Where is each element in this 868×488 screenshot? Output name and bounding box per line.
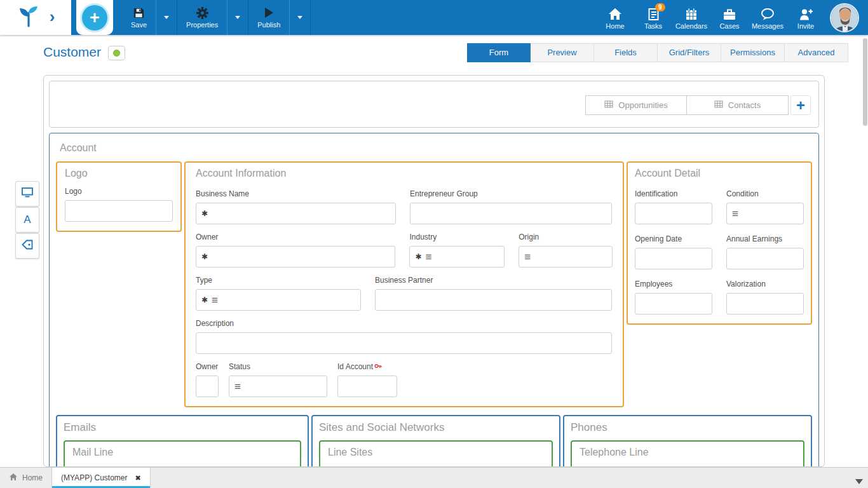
valorization-input[interactable]: [726, 293, 804, 315]
nav-invite-label: Invite: [797, 22, 814, 30]
vertical-scrollbar-thumb[interactable]: [863, 38, 867, 126]
user-avatar[interactable]: [830, 3, 859, 32]
description-input[interactable]: [196, 332, 612, 354]
tab-form[interactable]: Form: [467, 43, 531, 62]
logo-input[interactable]: [65, 200, 173, 222]
account-panel[interactable]: Account Logo Logo Account Information Bu…: [49, 133, 819, 467]
emails-panel-title: Emails: [64, 421, 301, 434]
publish-group: Publish: [248, 0, 311, 35]
business-name-label: Business Name: [196, 189, 396, 198]
nav-cases[interactable]: Cases: [710, 6, 749, 30]
account-detail-panel[interactable]: Account Detail Identification Condition …: [627, 161, 812, 325]
entrepreneur-group-label: Entrepreneur Group: [410, 189, 612, 198]
account-information-panel[interactable]: Account Information Business Name ✱ Entr…: [184, 161, 624, 407]
nav-home[interactable]: Home: [596, 6, 634, 30]
origin-input[interactable]: ≡: [519, 246, 613, 268]
contacts-label: Contacts: [728, 100, 761, 110]
status-input[interactable]: ≡: [229, 376, 327, 397]
form-row: Employees Valorization: [635, 280, 804, 315]
status-dot-icon: [113, 50, 120, 57]
publish-dropdown-button[interactable]: [289, 0, 310, 35]
invite-user-icon: [799, 7, 813, 20]
tab-advanced[interactable]: Advanced: [785, 43, 848, 62]
screen-tool-button[interactable]: [15, 181, 39, 207]
brand-area[interactable]: ›: [0, 0, 71, 35]
type-input[interactable]: ✱≡: [196, 289, 361, 311]
employees-input[interactable]: [635, 293, 712, 315]
save-group: Save: [122, 0, 177, 35]
page-title: Customer: [43, 44, 101, 60]
id-account-input[interactable]: [337, 376, 397, 397]
opening-date-label: Opening Date: [635, 234, 712, 243]
sites-panel[interactable]: Sites and Social Networks Line Sites: [311, 415, 560, 467]
tab-permissions[interactable]: Permissions: [721, 43, 785, 62]
nav-calendars[interactable]: Calendars: [672, 6, 710, 30]
business-partner-label: Business Partner: [375, 276, 612, 285]
phones-panel[interactable]: Phones Telephone Line: [563, 415, 812, 467]
form-designer-canvas: Opportunities Contacts + Account Logo Lo…: [43, 75, 825, 467]
scroll-down-arrow-icon[interactable]: [855, 479, 863, 484]
properties-button[interactable]: Properties: [177, 0, 227, 35]
entrepreneur-group-input[interactable]: [410, 203, 612, 224]
list-icon: ≡: [212, 295, 218, 306]
condition-label: Condition: [726, 189, 804, 198]
brand-logo-icon: [17, 6, 41, 30]
tag-icon: [22, 240, 33, 253]
text-tool-icon: A: [24, 214, 31, 226]
field-status: Status ≡: [229, 362, 327, 397]
industry-input[interactable]: ✱≡: [409, 246, 505, 268]
mail-line-panel[interactable]: Mail Line: [64, 440, 301, 467]
add-related-tab-button[interactable]: +: [790, 95, 811, 115]
properties-group: Properties: [177, 0, 248, 35]
tab-fields[interactable]: Fields: [594, 43, 658, 62]
business-name-input[interactable]: ✱: [196, 203, 396, 224]
identification-input[interactable]: [635, 203, 712, 224]
nav-messages[interactable]: Messages: [749, 6, 787, 30]
telephone-line-panel[interactable]: Telephone Line: [571, 440, 804, 467]
nav-invite[interactable]: Invite: [787, 6, 825, 30]
annual-earnings-input[interactable]: [726, 248, 804, 269]
speech-bubble-icon: [761, 7, 775, 20]
footer-home-tab[interactable]: Home: [0, 468, 51, 488]
tab-preview[interactable]: Preview: [531, 43, 594, 62]
add-button[interactable]: +: [82, 5, 107, 30]
expand-menu-icon[interactable]: ›: [50, 8, 55, 25]
close-icon[interactable]: ✖: [135, 474, 140, 482]
nav-tasks[interactable]: 9 Tasks: [634, 6, 672, 30]
owner-input[interactable]: ✱: [196, 246, 395, 268]
emails-panel[interactable]: Emails Mail Line: [56, 415, 309, 467]
business-partner-input[interactable]: [375, 289, 612, 311]
nav-cases-label: Cases: [719, 22, 739, 30]
tab-grid-filters[interactable]: Grid/Filters: [658, 43, 721, 62]
owner-label: Owner: [196, 233, 395, 241]
publish-button[interactable]: Publish: [248, 0, 289, 35]
tag-tool-button[interactable]: [15, 233, 39, 259]
condition-input[interactable]: ≡: [726, 203, 804, 224]
form-row: Identification Condition ≡: [635, 189, 804, 224]
phones-panel-title: Phones: [571, 421, 804, 434]
save-dropdown-button[interactable]: [156, 0, 177, 35]
tasks-badge: 9: [655, 3, 665, 11]
related-tabs-strip[interactable]: Opportunities Contacts +: [49, 81, 819, 128]
chevron-down-icon: [164, 16, 169, 19]
opening-date-input[interactable]: [635, 248, 712, 269]
status-label: Status: [229, 362, 327, 371]
opportunities-tab-button[interactable]: Opportunities: [585, 95, 687, 115]
properties-dropdown-button[interactable]: [227, 0, 248, 35]
logo-panel[interactable]: Logo Logo: [56, 161, 182, 232]
valorization-label: Valorization: [726, 280, 804, 288]
employees-label: Employees: [635, 280, 712, 288]
required-icon: ✱: [201, 295, 208, 304]
status-chip[interactable]: [108, 46, 125, 60]
line-sites-panel[interactable]: Line Sites: [319, 440, 553, 467]
owner-small-label: Owner: [196, 362, 219, 371]
text-tool-button[interactable]: A: [15, 207, 39, 233]
play-icon: [265, 6, 273, 19]
footer-customer-tab[interactable]: (MYAPP) Customer ✖: [51, 468, 151, 488]
plus-icon: +: [796, 97, 805, 114]
required-icon: ✱: [201, 209, 208, 218]
contacts-tab-button[interactable]: Contacts: [687, 95, 789, 115]
owner-small-input[interactable]: [196, 376, 219, 397]
nav-calendars-label: Calendars: [675, 22, 707, 30]
save-button[interactable]: Save: [122, 0, 156, 35]
